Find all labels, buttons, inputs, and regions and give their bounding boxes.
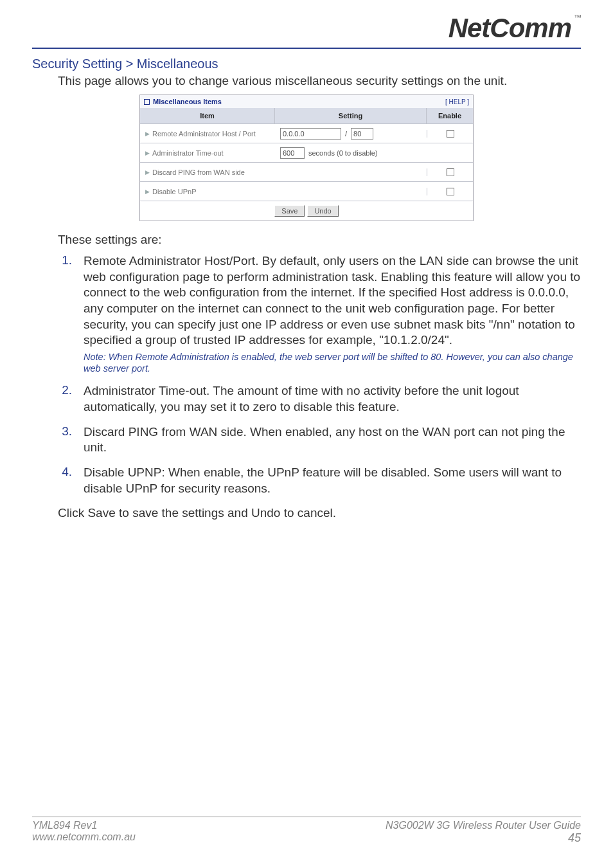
- section-title: Security Setting > Miscellaneous: [32, 57, 581, 71]
- settings-list: 1. Remote Administrator Host/Port. By de…: [58, 253, 581, 497]
- undo-button[interactable]: Undo: [307, 205, 338, 217]
- footer-doc-rev: YML894 Rev1: [32, 820, 136, 831]
- row-remote-admin-label: Remote Administrator Host / Port: [152, 130, 256, 138]
- footer-doc-title: N3G002W 3G Wireless Router User Guide: [386, 820, 581, 831]
- triangle-icon: ▶: [145, 188, 150, 195]
- square-icon: [144, 99, 150, 105]
- header-enable: Enable: [427, 108, 473, 123]
- header-logo-row: NetComm™: [32, 13, 581, 44]
- settings-lead-in: These settings are:: [58, 233, 581, 247]
- row-disable-upnp-enable: [427, 188, 473, 195]
- disable-upnp-checkbox[interactable]: [447, 188, 454, 195]
- footer-left: YML894 Rev1 www.netcomm.com.au: [32, 820, 136, 845]
- row-admin-timeout-label-cell: ▶ Administrator Time-out: [140, 145, 275, 161]
- panel-button-row: Save Undo: [140, 201, 473, 221]
- misc-items-panel: Miscellaneous Items [ HELP ] Item Settin…: [139, 95, 474, 221]
- list-number: 1.: [58, 253, 72, 374]
- header-item: Item: [140, 108, 275, 123]
- footer-divider: [32, 817, 581, 817]
- trademark-symbol: ™: [574, 13, 581, 22]
- footer-page-number: 45: [386, 831, 581, 845]
- save-button[interactable]: Save: [274, 205, 305, 217]
- list-item: 1. Remote Administrator Host/Port. By de…: [58, 253, 581, 374]
- panel-titlebar: Miscellaneous Items [ HELP ]: [140, 95, 473, 108]
- footer-url: www.netcomm.com.au: [32, 831, 136, 843]
- list-item: 4. Disable UPNP: When enable, the UPnP f…: [58, 465, 581, 496]
- header-setting: Setting: [275, 108, 427, 123]
- timeout-suffix: seconds (0 to disable): [308, 149, 378, 157]
- list-number: 4.: [58, 465, 72, 496]
- remote-host-input[interactable]: 0.0.0.0: [280, 128, 341, 140]
- row-discard-ping: ▶ Discard PING from WAN side: [140, 162, 473, 181]
- list-text: Administrator Time-out. The amount of ti…: [84, 383, 581, 415]
- list-text: Discard PING from WAN side. When enabled…: [84, 424, 581, 456]
- remote-admin-checkbox[interactable]: [447, 130, 454, 138]
- row-remote-admin-enable: [427, 130, 473, 138]
- footer-right: N3G002W 3G Wireless Router User Guide 45: [386, 820, 581, 845]
- page-footer: YML894 Rev1 www.netcomm.com.au N3G002W 3…: [32, 817, 581, 845]
- row-remote-admin-setting: 0.0.0.0 / 80: [275, 125, 427, 142]
- row-remote-admin: ▶ Remote Administrator Host / Port 0.0.0…: [140, 123, 473, 143]
- settings-panel-wrap: Miscellaneous Items [ HELP ] Item Settin…: [32, 95, 581, 221]
- list-body: Remote Administrator Host/Port. By defau…: [84, 253, 581, 374]
- panel-title-left: Miscellaneous Items: [144, 98, 222, 105]
- help-link[interactable]: [ HELP ]: [445, 98, 469, 105]
- list-note: Note: When Remote Administration is enab…: [84, 351, 581, 374]
- remote-port-input[interactable]: 80: [351, 128, 373, 140]
- row-disable-upnp: ▶ Disable UPnP: [140, 181, 473, 201]
- list-item: 2. Administrator Time-out. The amount of…: [58, 383, 581, 415]
- section-intro: This page allows you to change various m…: [58, 74, 581, 88]
- row-disable-upnp-label: Disable UPnP: [152, 188, 196, 195]
- discard-ping-checkbox[interactable]: [447, 168, 454, 176]
- row-disable-upnp-label-cell: ▶ Disable UPnP: [140, 184, 427, 199]
- list-number: 2.: [58, 383, 72, 415]
- brand-logo-text: NetComm: [449, 13, 571, 43]
- list-number: 3.: [58, 424, 72, 456]
- brand-logo: NetComm™: [449, 13, 581, 44]
- panel-header-row: Item Setting Enable: [140, 108, 473, 123]
- row-admin-timeout: ▶ Administrator Time-out 600 seconds (0 …: [140, 143, 473, 162]
- panel-title: Miscellaneous Items: [153, 98, 222, 105]
- row-discard-ping-enable: [427, 168, 473, 176]
- triangle-icon: ▶: [145, 131, 150, 137]
- row-admin-timeout-label: Administrator Time-out: [152, 149, 224, 157]
- row-admin-timeout-setting: 600 seconds (0 to disable): [275, 145, 427, 161]
- list-text: Disable UPNP: When enable, the UPnP feat…: [84, 465, 581, 496]
- triangle-icon: ▶: [145, 150, 150, 156]
- closing-text: Click Save to save the settings and Undo…: [58, 506, 581, 520]
- list-text: Remote Administrator Host/Port. By defau…: [84, 254, 580, 347]
- footer-row: YML894 Rev1 www.netcomm.com.au N3G002W 3…: [32, 820, 581, 845]
- row-remote-admin-label-cell: ▶ Remote Administrator Host / Port: [140, 126, 275, 141]
- list-item: 3. Discard PING from WAN side. When enab…: [58, 424, 581, 456]
- host-port-separator: /: [345, 130, 347, 138]
- header-divider: [32, 48, 581, 49]
- row-discard-ping-label: Discard PING from WAN side: [152, 168, 245, 176]
- row-discard-ping-label-cell: ▶ Discard PING from WAN side: [140, 165, 427, 180]
- timeout-input[interactable]: 600: [280, 147, 305, 159]
- triangle-icon: ▶: [145, 169, 150, 176]
